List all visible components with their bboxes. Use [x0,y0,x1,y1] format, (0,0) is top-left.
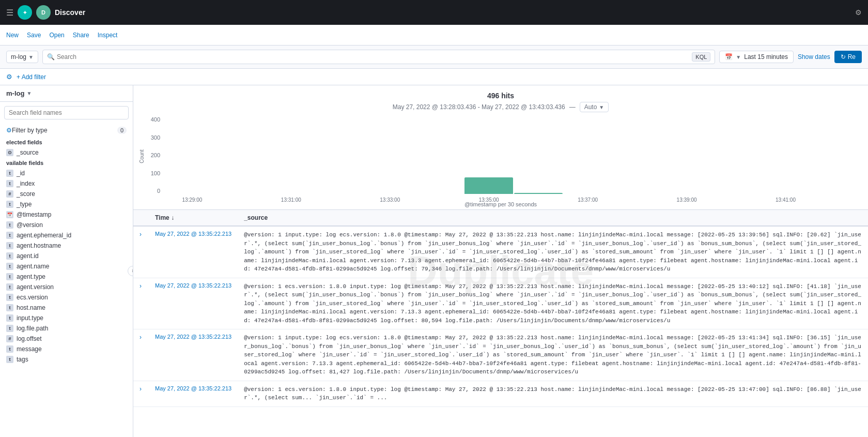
new-button[interactable]: New [6,29,19,41]
results-area[interactable]: Time ↓ _source ›May 27, 2022 @ 13:35:22.… [133,210,868,437]
index-pattern-name: m-log [6,89,24,97]
field-name: _score [17,190,35,198]
content-area: Duplicate 496 hits May 27, 2022 @ 13:28:… [133,85,868,437]
field-item-host-name[interactable]: t host.name [0,303,133,313]
field-item-agent-id[interactable]: t agent.id [0,251,133,261]
expand-cell[interactable]: › [133,226,149,278]
x-axis-label [217,195,267,197]
time-cell[interactable]: May 27, 2022 @ 13:35:22.213 [149,226,238,278]
results-body: ›May 27, 2022 @ 13:35:22.213@version: 1 … [133,226,868,406]
expand-button[interactable]: › [140,334,142,341]
search-icon: 🔍 [47,53,55,61]
time-cell[interactable]: May 27, 2022 @ 13:35:22.213 [149,278,238,329]
field-name: _source [17,149,39,156]
show-dates-button[interactable]: Show dates [798,51,830,63]
auto-interval-selector[interactable]: Auto ▼ [580,102,609,112]
field-item-tags[interactable]: t tags [0,354,133,365]
time-cell[interactable]: May 27, 2022 @ 13:35:22.213 [149,329,238,381]
field-name: message [17,345,42,353]
field-type-icon: # [6,190,13,198]
histogram-bar[interactable] [514,193,563,194]
time-col-header[interactable]: Time ↓ [149,210,238,226]
x-axis-label [514,195,563,197]
field-item-message[interactable]: t message [0,344,133,354]
field-item-agent-ephemeral-id[interactable]: t agent.ephemeral_id [0,230,133,240]
field-name: _index [17,180,35,187]
toolbar: New Save Open Share Inspect [0,25,868,46]
field-name: ecs.version [17,294,48,301]
field-item-agent-hostname[interactable]: t agent.hostname [0,240,133,251]
field-item-_score[interactable]: # _score [0,189,133,199]
inspect-button[interactable]: Inspect [98,29,118,41]
auto-label: Auto [584,103,597,111]
refresh-button[interactable]: ↻ Re [834,51,862,63]
index-pattern-selector[interactable]: m-log ▼ [6,51,38,63]
histogram-bar[interactable] [464,177,513,194]
timestamp-axis-label: @timestamp per 30 seconds [464,201,537,209]
source-cell: @version: 1 input.type: log ecs.version:… [238,329,868,381]
search-bar: m-log ▼ 🔍 KQL 📅 ▼ Last 15 minutes Show d… [0,46,868,69]
sidebar: › m-log ▼ ⚙ Filter by type 0 elected fie… [0,85,133,437]
chevron-down-icon: ▼ [28,54,34,60]
sort-indicator: ↓ [171,214,174,221]
field-item-log-offset[interactable]: # log.offset [0,334,133,344]
field-item-source[interactable]: ⊙ _source [0,147,133,158]
histogram-wrapper: Count 400 300 200 100 0 13:29:0013:31:00… [142,116,860,209]
x-axis-label: 13:39:00 [662,195,711,203]
x-axis-label [316,195,365,197]
time-range-label: Last 15 minutes [744,53,788,61]
add-filter-button[interactable]: + Add filter [17,73,46,81]
time-range-text: May 27, 2022 @ 13:28:03.436 - May 27, 20… [393,103,565,111]
share-button[interactable]: Share [73,29,89,41]
field-item-_index[interactable]: t _index [0,178,133,189]
index-pattern-header[interactable]: m-log ▼ [0,85,133,102]
open-button[interactable]: Open [49,29,64,41]
x-axis-label: 13:29:00 [167,195,217,203]
field-name: log.file.path [17,325,48,332]
field-item-agent-name[interactable]: t agent.name [0,261,133,272]
field-search-input[interactable] [4,106,129,119]
time-cell[interactable]: May 27, 2022 @ 13:35:22.213 [149,381,238,406]
search-input[interactable] [57,53,690,61]
field-type-icon: t [6,201,13,208]
expand-cell[interactable]: › [133,381,149,406]
field-type-icon: t [6,283,13,291]
kql-badge[interactable]: KQL [692,52,710,62]
field-type-icon: t [6,294,13,301]
time-picker[interactable]: 📅 ▼ Last 15 minutes [719,51,794,63]
field-name: tags [17,356,28,363]
field-item-agent-version[interactable]: t agent.version [0,282,133,292]
field-type-icon: t [6,263,13,270]
expand-button[interactable]: › [140,231,142,238]
histogram-bars[interactable] [167,116,860,194]
expand-button[interactable]: › [140,282,142,290]
field-type-icon: t [6,221,13,229]
field-item-timestamp[interactable]: 📅 @timestamp [0,209,133,220]
field-list: elected fields ⊙ _source vailable fields… [0,137,133,437]
field-item-ecs-version[interactable]: t ecs.version [0,292,133,303]
field-item-version[interactable]: t @version [0,220,133,230]
chevron-down-icon: ▼ [26,91,32,96]
expand-button[interactable]: › [140,385,142,393]
source-cell: @version: 1 ecs.version: 1.8.0 input.typ… [238,381,868,406]
user-avatar[interactable]: D [36,5,51,20]
field-type-icon: t [6,325,13,332]
table-row: ›May 27, 2022 @ 13:35:22.213@version: 1 … [133,329,868,381]
expand-cell[interactable]: › [133,278,149,329]
save-button[interactable]: Save [27,29,41,41]
field-type-icon: t [6,232,13,239]
x-axis-label [711,195,761,197]
available-fields-label: vailable fields [0,158,133,168]
field-item-_type[interactable]: t _type [0,199,133,209]
field-name: agent.version [17,283,54,291]
hamburger-icon[interactable]: ☰ [6,8,13,18]
field-item-log-file-path[interactable]: t log.file.path [0,323,133,334]
field-item-input-type[interactable]: t input.type [0,313,133,323]
field-item-agent-type[interactable]: t agent.type [0,272,133,282]
settings-icon[interactable]: ⚙ [855,8,862,17]
expand-cell[interactable]: › [133,329,149,381]
filter-by-type-row[interactable]: ⚙ Filter by type 0 [0,124,133,137]
time-range-info: May 27, 2022 @ 13:28:03.436 - May 27, 20… [142,102,860,112]
field-type-icon: # [6,335,13,342]
field-item-_id[interactable]: t _id [0,168,133,178]
